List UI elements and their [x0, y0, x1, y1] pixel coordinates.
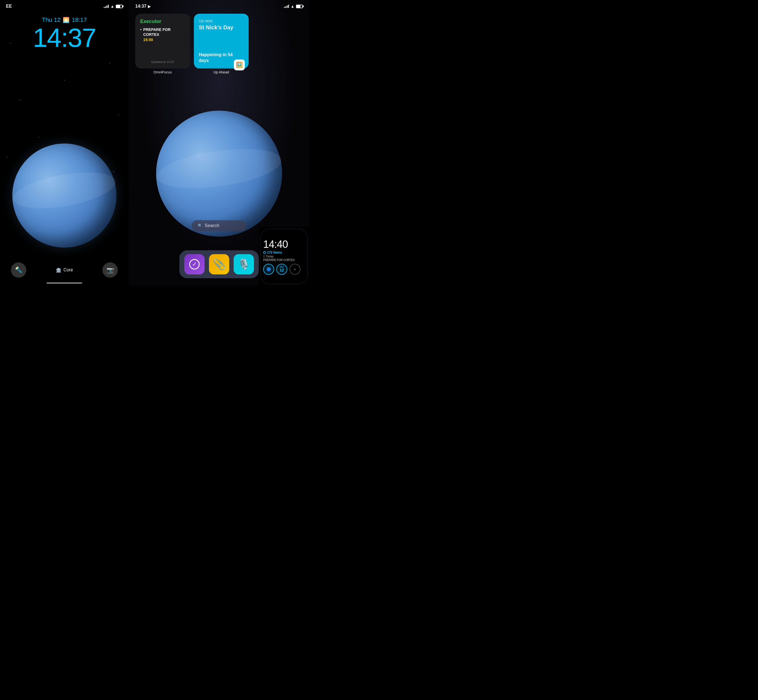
home-status-bar: 14:37 ▶ ▲ — [129, 0, 309, 9]
clips-icon: 📎 — [213, 258, 226, 270]
upahead-icon: 🖼️ — [236, 62, 243, 68]
wifi-icon: ▲ — [110, 4, 114, 8]
core-button[interactable]: 🏛️ Core — [56, 267, 73, 273]
core-label: Core — [64, 267, 73, 272]
upahead-widget-wrap: Up next: St Nick's Day Happening in 54 d… — [194, 14, 248, 74]
watch-items: 172 Items — [263, 251, 305, 255]
carrier-label: EE — [6, 4, 12, 9]
location-icon: ▶ — [148, 5, 151, 8]
omnifocus-widget-wrap: Executor • PREPARE FOR CORTEX 15:00 Upda… — [135, 14, 190, 74]
watch-items-count: 172 Items — [267, 251, 282, 255]
watch-time: 14:40 — [263, 239, 305, 250]
dock-clips-app[interactable]: 📎 — [209, 254, 229, 274]
dock-whisper-app[interactable]: 🎙️ — [234, 254, 254, 274]
omnifocus-widget-label: OmniFocus — [135, 70, 190, 74]
home-screen: 14:37 ▶ ▲ Executor • PR — [129, 0, 309, 286]
task-time: 15:00 — [143, 38, 185, 42]
dock: ✓ 📎 🎙️ — [180, 250, 259, 278]
home-indicator — [47, 282, 82, 284]
home-status-icons: ▲ — [284, 4, 303, 8]
home-wifi-icon: ▲ — [291, 4, 294, 8]
sunrise-icon: 🌅 — [63, 17, 70, 23]
omnifocus-task: • PREPARE FOR CORTEX 15:00 — [140, 27, 185, 42]
upahead-app-icon: 🖼️ — [234, 59, 245, 69]
home-planet — [156, 111, 282, 237]
lock-clock: 14:37 — [0, 25, 129, 51]
omnifocus-widget[interactable]: Executor • PREPARE FOR CORTEX 15:00 Upda… — [135, 14, 190, 69]
signal-icon — [104, 5, 109, 8]
lock-date: Thu 12 🌅 18:17 — [0, 16, 129, 23]
home-time-text: 14:37 — [135, 4, 147, 9]
lock-sunset-time: 18:17 — [72, 16, 87, 23]
search-bar-wrap: 🔍 Search — [192, 220, 247, 231]
watch-complication-ring: 🔵 — [263, 264, 274, 275]
watch-complications: 🔵 OCT 12 ● — [263, 264, 305, 275]
home-signal-icon — [284, 5, 289, 8]
home-battery-icon — [296, 5, 303, 8]
watch-items-icon — [263, 251, 266, 254]
mic-icon: 🎙️ — [238, 258, 250, 270]
core-icon: 🏛️ — [56, 267, 61, 273]
watch-complication-dots: ● — [289, 264, 300, 275]
up-next-event: St Nick's Day — [199, 24, 244, 31]
watch-panel: 14:40 172 Items 1 Today PREPARE FOR CORT… — [259, 227, 309, 286]
flashlight-button[interactable]: 🔦 — [11, 262, 26, 278]
up-next-label: Up next: — [199, 19, 244, 23]
search-bar[interactable]: 🔍 Search — [192, 220, 247, 231]
lock-planet — [13, 144, 116, 248]
lock-bottom-controls: 🔦 🏛️ Core 📷 — [0, 262, 129, 278]
upahead-widget-label: Up Ahead — [194, 70, 248, 74]
lock-time: 14:37 — [0, 25, 129, 51]
omnifocus-check-icon: ✓ — [189, 259, 200, 269]
watch-complication-calendar: OCT 12 — [276, 264, 287, 275]
lock-screen: EE ▲ Thu 12 🌅 18:17 14:37 🔦 — [0, 0, 129, 286]
flashlight-icon: 🔦 — [15, 266, 22, 273]
task-text: PREPARE FOR CORTEX — [143, 27, 185, 37]
status-icons: ▲ — [104, 4, 123, 8]
lock-status-bar: EE ▲ — [0, 0, 129, 9]
search-icon: 🔍 — [198, 223, 202, 228]
widget-updated: Updated at 14:37 — [140, 60, 185, 64]
omnifocus-widget-title: Executor — [140, 19, 185, 24]
search-placeholder: Search — [205, 223, 219, 228]
dock-omnifocus-app[interactable]: ✓ — [184, 254, 205, 274]
widgets-row: Executor • PREPARE FOR CORTEX 15:00 Upda… — [129, 14, 309, 74]
home-clock: 14:37 ▶ — [135, 4, 151, 9]
upahead-widget[interactable]: Up next: St Nick's Day Happening in 54 d… — [194, 14, 248, 69]
camera-button[interactable]: 📷 — [102, 262, 118, 278]
lock-date-text: Thu 12 — [42, 16, 61, 23]
battery-icon — [116, 5, 123, 8]
camera-icon: 📷 — [106, 266, 114, 273]
watch-today: 1 Today — [263, 255, 305, 258]
watch-task: PREPARE FOR CORTEX — [263, 259, 305, 261]
task-bullet: • — [140, 27, 142, 32]
